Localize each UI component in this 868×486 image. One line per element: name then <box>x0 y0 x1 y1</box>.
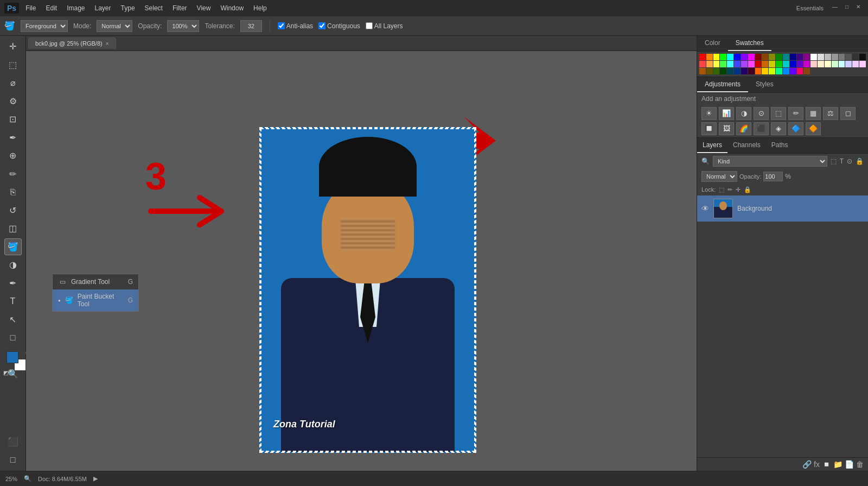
foreground-color-box[interactable] <box>7 351 18 363</box>
swatch-220066[interactable] <box>741 68 748 74</box>
swatch-eeccff[interactable] <box>852 61 859 67</box>
swatch-ccff00[interactable] <box>769 68 775 74</box>
swatch-44ff44[interactable] <box>720 61 726 67</box>
swatch-ffaa44[interactable] <box>706 61 713 67</box>
swatch-ffcc00[interactable] <box>762 68 768 74</box>
quick-mask-tool[interactable]: ⬛ <box>4 433 22 451</box>
essentials-btn[interactable]: Essentials <box>792 4 828 12</box>
path-select[interactable]: ↖ <box>4 311 22 329</box>
adjustment-btn-10[interactable]: 🖼 <box>719 122 734 135</box>
swatch-ff0066[interactable] <box>797 68 803 74</box>
tab-paths[interactable]: Paths <box>766 138 794 153</box>
delete-layer-icon[interactable]: 🗑 <box>856 460 864 469</box>
swatch-ff8800[interactable] <box>706 54 713 60</box>
crop-tool[interactable]: ⊡ <box>4 111 22 128</box>
gradient-tool-option[interactable]: ▭ Gradient Tool G <box>53 274 138 289</box>
swatch-4444ff[interactable] <box>734 61 741 67</box>
eyedropper-tool[interactable]: ✒ <box>4 129 22 147</box>
adjustment-btn-7[interactable]: ⚖ <box>823 107 838 120</box>
swatch-8800ff[interactable] <box>741 54 748 60</box>
swatch-333333[interactable] <box>852 54 859 60</box>
swatch-004400[interactable] <box>720 68 726 74</box>
swatch-aa44ff[interactable] <box>741 61 748 67</box>
swatch-ff0000[interactable] <box>699 54 706 60</box>
filter-icon-4[interactable]: 🔒 <box>856 157 864 165</box>
swatch-cc0000[interactable] <box>755 61 762 67</box>
menu-file[interactable]: File <box>21 3 40 13</box>
pen-tool[interactable]: ✒ <box>4 275 22 292</box>
menu-filter[interactable]: Filter <box>168 3 192 13</box>
adjustment-btn-0[interactable]: ☀ <box>701 107 717 120</box>
swatch-ff6600[interactable] <box>755 68 762 74</box>
swatch-884400[interactable] <box>762 54 768 60</box>
menu-help[interactable]: Help <box>249 3 271 13</box>
menu-type[interactable]: Type <box>117 3 139 13</box>
eraser-tool[interactable]: ◫ <box>4 220 22 237</box>
spot-heal-tool[interactable]: ⊕ <box>4 147 22 165</box>
swatch-888800[interactable] <box>769 54 775 60</box>
swatch-ff4444[interactable] <box>699 61 706 67</box>
tab-channels[interactable]: Channels <box>727 138 766 153</box>
swatch-440022[interactable] <box>748 68 755 74</box>
tolerance-input[interactable] <box>240 20 262 32</box>
swatch-ffeecc[interactable] <box>818 61 824 67</box>
swatch-884411[interactable] <box>803 68 810 74</box>
swatch-440088[interactable] <box>797 54 803 60</box>
lasso-tool[interactable]: ⌀ <box>4 74 22 92</box>
quick-select-tool[interactable]: ⚙ <box>4 93 22 110</box>
swatch-003388[interactable] <box>734 68 741 74</box>
anti-alias-check[interactable]: Anti-alias <box>278 22 313 30</box>
stamp-tool[interactable]: ⎘ <box>4 184 22 201</box>
filter-icon-1[interactable]: ⬚ <box>831 157 837 165</box>
swatch-ffccff[interactable] <box>859 61 866 67</box>
swatch-0088ff[interactable] <box>783 68 789 74</box>
move-tool[interactable]: ✛ <box>4 38 22 55</box>
swatch-ffffcc[interactable] <box>825 61 831 67</box>
swatch-00ffff[interactable] <box>727 54 733 60</box>
swatch-ffcccc[interactable] <box>810 61 817 67</box>
swatch-0000ff[interactable] <box>734 54 741 60</box>
adjustment-btn-13[interactable]: ◈ <box>771 122 786 135</box>
screen-mode[interactable]: □ <box>4 451 22 469</box>
swatch-00cc00[interactable] <box>776 61 782 67</box>
swatch-dddddd[interactable] <box>818 54 824 60</box>
adjustment-btn-5[interactable]: ✏ <box>788 107 803 120</box>
lock-position-icon[interactable]: ✏ <box>727 186 732 193</box>
adjustment-btn-1[interactable]: 📊 <box>719 107 734 120</box>
adjustment-btn-2[interactable]: ◑ <box>736 107 751 120</box>
menu-window[interactable]: Window <box>216 3 248 13</box>
history-brush[interactable]: ↺ <box>4 202 22 219</box>
adjustment-btn-9[interactable]: 🔲 <box>701 122 717 135</box>
adjustment-btn-8[interactable]: ◻ <box>840 107 856 120</box>
swatch-555555[interactable] <box>845 54 852 60</box>
adjustment-btn-6[interactable]: ▦ <box>806 107 821 120</box>
paint-bucket-tool[interactable]: 🪣 <box>4 238 22 256</box>
swatch-336600[interactable] <box>713 68 720 74</box>
swatch-111111[interactable] <box>859 54 866 60</box>
swatch-ccccff[interactable] <box>845 61 852 67</box>
swatch-0000cc[interactable] <box>790 61 796 67</box>
swatch-ccffcc[interactable] <box>832 61 838 67</box>
link-layers-icon[interactable]: 🔗 <box>802 460 812 469</box>
add-mask-icon[interactable]: ◽ <box>822 460 831 469</box>
filter-icon-2[interactable]: T <box>840 157 844 165</box>
swatch-6600ff[interactable] <box>790 68 796 74</box>
swatch-008800[interactable] <box>776 54 782 60</box>
swatch-777777[interactable] <box>839 54 845 60</box>
menu-image[interactable]: Image <box>62 3 89 13</box>
dodge-tool[interactable]: ◑ <box>4 256 22 274</box>
swatch-ffff44[interactable] <box>713 61 720 67</box>
adjustment-btn-3[interactable]: ⊙ <box>754 107 769 120</box>
swatch-00cccc[interactable] <box>783 61 789 67</box>
swatch-6600cc[interactable] <box>797 61 803 67</box>
zoom-icon[interactable]: 🔍 <box>24 475 31 482</box>
fill-select[interactable]: Foreground <box>21 20 68 32</box>
swatch-880088[interactable] <box>803 54 810 60</box>
canvas-content[interactable]: 1 3 2 <box>26 51 697 471</box>
tab-styles[interactable]: Styles <box>748 77 781 92</box>
tab-close[interactable]: × <box>106 41 109 47</box>
tab-layers[interactable]: Layers <box>697 138 727 153</box>
adjustment-btn-11[interactable]: 🌈 <box>736 122 751 135</box>
swatch-bbbbbb[interactable] <box>825 54 831 60</box>
layer-mode-select[interactable]: Normal <box>701 171 737 182</box>
